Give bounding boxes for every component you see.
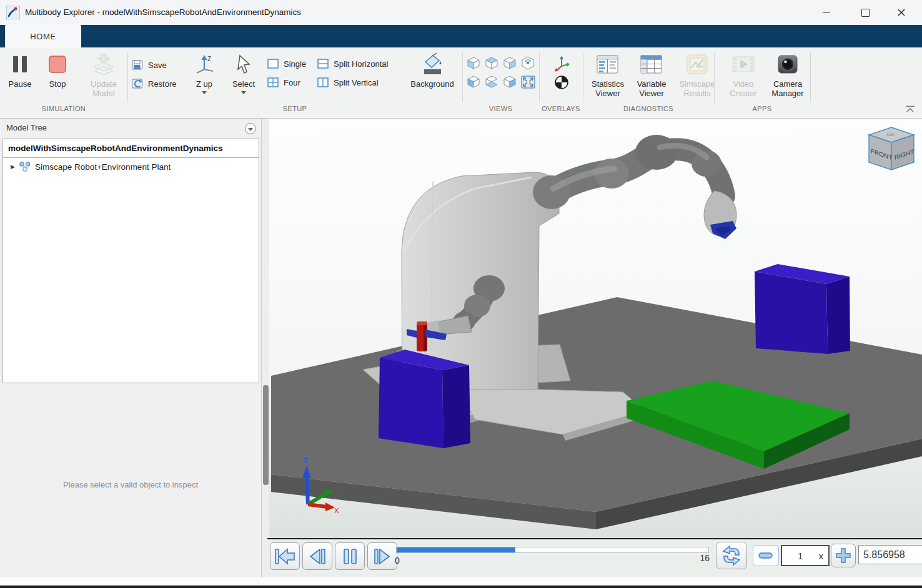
blue-box-right[interactable]: [755, 264, 850, 354]
section-separator: [810, 52, 811, 102]
view-top-icon[interactable]: [484, 56, 500, 71]
properties-empty-message: Please select a valid object to inspect: [0, 480, 261, 489]
view-cube-top-label[interactable]: TOP: [886, 133, 894, 137]
blue-box-left[interactable]: [379, 350, 470, 448]
view-back-icon[interactable]: [466, 75, 482, 90]
loop-button[interactable]: [716, 542, 747, 569]
slower-button[interactable]: [753, 545, 779, 566]
app-icon: [6, 6, 20, 19]
ribbon-tab-band: [0, 25, 922, 47]
video-creator-icon: [732, 55, 755, 74]
step-back-button[interactable]: [302, 542, 332, 570]
viewport-3d[interactable]: FRONT RIGHT TOP Z Y X: [269, 119, 922, 538]
section-label-diagnostics: DIAGNOSTICS: [583, 105, 714, 112]
view-isometric-icon[interactable]: [520, 56, 536, 71]
paint-bucket-icon: [420, 52, 445, 76]
section-separator: [714, 52, 715, 102]
select-cursor-icon: [235, 54, 252, 74]
pause-playback-icon: [336, 544, 364, 568]
timeline-end-label: 16: [692, 553, 710, 563]
views-group: [466, 56, 536, 91]
save-icon: [131, 59, 144, 71]
view-front-icon[interactable]: [466, 56, 482, 71]
split-vertical-icon: [317, 77, 329, 88]
tab-home[interactable]: HOME: [5, 25, 81, 47]
variable-viewer-button[interactable]: Variable Viewer: [631, 51, 672, 98]
view-left-icon[interactable]: [502, 56, 518, 71]
step-forward-button[interactable]: [367, 542, 397, 570]
statistics-viewer-button[interactable]: Statistics Viewer: [586, 51, 630, 98]
speed-value[interactable]: 1: [782, 551, 819, 561]
stop-button[interactable]: Stop: [41, 51, 74, 89]
center-of-mass-icon[interactable]: [554, 75, 569, 90]
background-button[interactable]: Background: [406, 51, 459, 89]
variable-viewer-icon: [640, 54, 663, 74]
single-pane-icon: [267, 59, 279, 69]
z-up-button[interactable]: Z Z up: [187, 51, 221, 94]
simscape-results-icon: [686, 54, 708, 75]
z-up-dropdown-caret[interactable]: [202, 91, 207, 94]
model-tree-root[interactable]: modelWithSimscapeRobotAndEnvironmentDyna…: [3, 139, 259, 158]
title-bar: Multibody Explorer - modelWithSimscapeRo…: [0, 0, 922, 25]
update-model-icon: [92, 52, 116, 76]
save-button[interactable]: Save: [131, 59, 167, 71]
view-cube[interactable]: FRONT RIGHT TOP: [869, 127, 915, 170]
properties-panel: Please select a valid object to inspect: [0, 408, 261, 577]
four-view-button[interactable]: Four: [267, 77, 300, 88]
z-up-icon: Z: [194, 54, 215, 74]
section-label-simulation: SIMULATION: [0, 105, 127, 112]
step-forward-icon: [369, 544, 396, 568]
panel-scrollbar[interactable]: [261, 119, 270, 577]
select-dropdown-caret[interactable]: [241, 91, 246, 94]
model-tree-header: Model Tree: [0, 119, 261, 137]
pause-playback-button[interactable]: [335, 542, 365, 570]
maximize-button[interactable]: [851, 0, 880, 25]
section-label-views: VIEWS: [462, 105, 539, 112]
time-display[interactable]: 5.856958: [858, 545, 922, 564]
close-icon: [897, 8, 906, 17]
model-tree-collapse-button[interactable]: [245, 123, 256, 134]
section-label-apps: APPS: [714, 105, 810, 112]
minimize-button[interactable]: [812, 0, 841, 25]
skip-start-icon: [271, 544, 299, 568]
view-right-icon[interactable]: [502, 75, 518, 90]
close-button[interactable]: [887, 0, 916, 25]
simscape-results-button: Simscape Results: [675, 51, 720, 98]
section-separator: [462, 52, 463, 102]
model-tree-item-label: Simscape Robot+Environment Plant: [35, 162, 171, 172]
split-horizontal-icon: [317, 59, 329, 69]
window-title: Multibody Explorer - modelWithSimscapeRo…: [25, 0, 301, 25]
split-horizontal-button[interactable]: Split Horizontal: [317, 59, 388, 69]
camera-manager-icon: [777, 54, 798, 74]
split-vertical-button[interactable]: Split Vertical: [317, 77, 379, 88]
restore-icon: [131, 77, 144, 90]
select-button[interactable]: Select: [226, 51, 261, 94]
faster-button[interactable]: [831, 544, 856, 567]
timeline-slider[interactable]: [396, 547, 709, 553]
subsystem-icon: [19, 162, 31, 172]
update-model-button: Update Model: [80, 51, 127, 98]
tree-expand-caret[interactable]: ▶: [11, 164, 15, 170]
speed-field[interactable]: 1 x: [781, 545, 830, 566]
view-bottom-icon[interactable]: [484, 75, 500, 90]
fit-to-view-icon[interactable]: [520, 75, 536, 90]
bottom-strip: [0, 577, 922, 586]
window-bottom-edge: [0, 586, 922, 588]
scene-canvas[interactable]: FRONT RIGHT TOP Z Y X: [269, 119, 922, 538]
stop-icon: [48, 55, 67, 74]
pause-button[interactable]: Pause: [5, 51, 35, 89]
restore-button[interactable]: Restore: [131, 77, 177, 90]
panel-scrollbar-thumb[interactable]: [263, 385, 269, 485]
single-view-button[interactable]: Single: [267, 59, 306, 69]
camera-manager-button[interactable]: Camera Manager: [766, 51, 810, 98]
frame-overlay-icon[interactable]: [553, 55, 570, 72]
model-tree-item[interactable]: ▶ Simscape Robot+Environment Plant: [3, 158, 259, 175]
ribbon-toolbar: Pause Stop Update Model SIMULATION Save: [0, 47, 922, 119]
collapse-ribbon-icon[interactable]: [905, 105, 916, 114]
timeline-fill: [397, 547, 515, 552]
step-back-icon: [304, 544, 331, 568]
go-to-start-button[interactable]: [270, 542, 300, 570]
axis-y-label: Y: [334, 486, 339, 493]
section-separator: [127, 52, 128, 102]
pause-icon: [12, 56, 28, 73]
